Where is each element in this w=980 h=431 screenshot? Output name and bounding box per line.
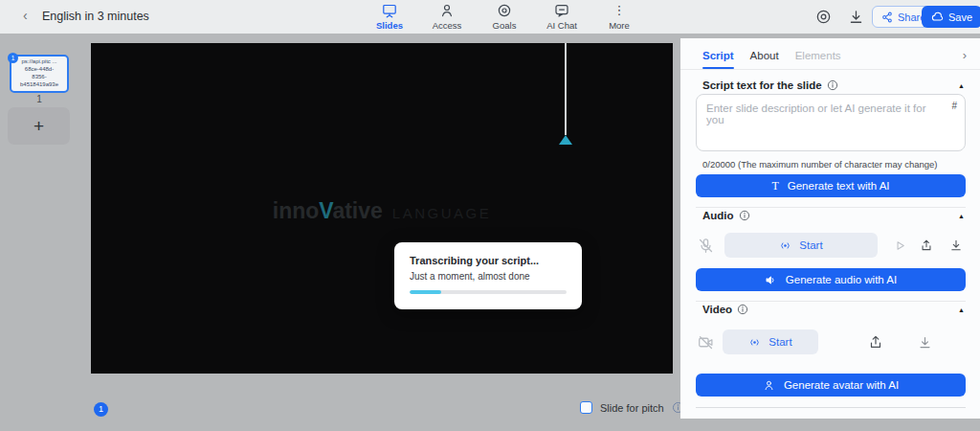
slide-for-pitch-label: Slide for pitch xyxy=(600,402,664,414)
modal-title: Transcribing your script... xyxy=(410,255,567,266)
tab-access[interactable]: Access xyxy=(424,3,470,31)
logo-text: inno xyxy=(273,198,320,223)
progress-bar xyxy=(410,290,567,294)
tab-goals[interactable]: Goals xyxy=(481,3,527,31)
document-title: English in 3 minutes xyxy=(42,10,149,23)
top-toolbar: ‹ English in 3 minutes Slides Access Goa… xyxy=(0,0,980,34)
script-section-header: Script text for the slide ▲ xyxy=(680,70,980,91)
generate-text-button[interactable]: T Generate text with AI xyxy=(696,174,966,197)
divider xyxy=(696,207,966,208)
logo-text-language: LANGUAGE xyxy=(392,205,491,221)
tab-label: Access xyxy=(433,20,462,31)
upload-audio-icon[interactable] xyxy=(920,238,933,252)
mic-off-icon xyxy=(698,238,714,254)
video-section-title: Video xyxy=(702,304,732,315)
divider xyxy=(696,407,966,408)
video-logo: innoVativeLANGUAGE xyxy=(91,198,673,224)
page-number-badge[interactable]: 1 xyxy=(94,402,108,417)
tab-more[interactable]: ⋮ More xyxy=(596,3,642,31)
video-start-label: Start xyxy=(768,336,791,348)
slides-icon xyxy=(382,3,397,18)
save-button[interactable]: Save xyxy=(922,6,980,28)
preview-icon[interactable] xyxy=(815,9,832,25)
play-audio-icon xyxy=(894,239,906,252)
script-text-input[interactable] xyxy=(697,95,965,150)
generate-audio-label: Generate audio with AI xyxy=(786,274,897,285)
script-section-title: Script text for the slide xyxy=(702,79,822,91)
plus-icon: + xyxy=(33,116,44,137)
script-textarea-wrap: # xyxy=(696,94,966,151)
audio-controls-row: Start xyxy=(680,233,980,258)
main-nav-tabs: Slides Access Goals AI Chat xyxy=(367,3,642,31)
speaker-icon xyxy=(765,274,777,286)
collapse-arrow-icon[interactable]: ▲ xyxy=(958,306,965,313)
slide-for-pitch-checkbox[interactable] xyxy=(580,401,592,414)
more-dots-icon: ⋮ xyxy=(613,3,626,18)
slide-number-label: 1 xyxy=(10,94,69,104)
divider xyxy=(696,301,966,302)
progress-fill xyxy=(410,290,441,294)
logo-text-v: V xyxy=(319,198,332,223)
camera-off-icon xyxy=(698,334,714,351)
plumb-triangle-graphic xyxy=(559,135,572,145)
generate-text-label: Generate text with AI xyxy=(788,180,890,192)
info-icon[interactable] xyxy=(827,79,838,91)
tab-about[interactable]: About xyxy=(750,50,779,69)
save-label: Save xyxy=(948,11,972,23)
tab-ai-chat[interactable]: AI Chat xyxy=(539,3,585,31)
right-sidebar: Script About Elements › Script text for … xyxy=(680,38,980,419)
logo-text: ative xyxy=(332,198,382,223)
generate-audio-button[interactable]: Generate audio with AI xyxy=(696,268,966,291)
chat-icon xyxy=(554,3,569,18)
record-broadcast-icon xyxy=(748,336,761,349)
thumbnail-text-line: 8356- xyxy=(11,73,67,80)
hash-icon[interactable]: # xyxy=(951,101,957,111)
slide-canvas[interactable]: innoVativeLANGUAGE Transcribing your scr… xyxy=(91,43,673,374)
info-icon[interactable] xyxy=(739,210,750,221)
thumbnail-text-line: 68ce-448d- xyxy=(11,65,67,73)
character-counter: 0/20000 (The maximum number of character… xyxy=(702,159,938,170)
transcribing-modal: Transcribing your script... Just a momen… xyxy=(394,242,582,309)
record-broadcast-icon xyxy=(779,239,791,252)
back-chevron-icon: ‹ xyxy=(23,8,28,23)
tab-label: Goals xyxy=(493,20,517,31)
modal-subtitle: Just a moment, almost done xyxy=(410,271,567,282)
download-video-icon[interactable] xyxy=(918,335,932,350)
audio-start-label: Start xyxy=(799,239,822,251)
text-tool-icon: T xyxy=(771,179,778,193)
slide-thumbnail[interactable]: ps://api.pitc ... 68ce-448d- 8356- b4518… xyxy=(10,55,69,93)
cloud-save-icon xyxy=(931,11,944,23)
audio-section-title: Audio xyxy=(702,210,734,221)
collapse-arrow-icon[interactable]: ▲ xyxy=(958,213,965,219)
video-controls-row: Start xyxy=(680,329,980,354)
chevron-right-icon[interactable]: › xyxy=(963,51,967,68)
add-slide-button[interactable]: + xyxy=(8,107,70,145)
collapse-arrow-icon[interactable]: ▲ xyxy=(958,82,965,89)
share-icon xyxy=(881,11,893,23)
tab-elements[interactable]: Elements xyxy=(795,50,841,69)
tab-label: More xyxy=(609,20,630,31)
avatar-person-icon xyxy=(763,379,775,392)
audio-record-start-button[interactable]: Start xyxy=(724,233,878,258)
generate-avatar-label: Generate avatar with AI xyxy=(784,379,899,391)
thumbnail-selection-badge: 1 xyxy=(8,53,18,63)
audio-section-header: Audio ▲ xyxy=(680,210,980,221)
download-icon[interactable] xyxy=(848,9,864,25)
tab-label: AI Chat xyxy=(546,20,577,31)
download-audio-icon[interactable] xyxy=(949,238,963,252)
tab-script[interactable]: Script xyxy=(702,50,734,69)
person-icon xyxy=(439,3,455,18)
generate-avatar-button[interactable]: Generate avatar with AI xyxy=(696,374,966,397)
panel-tabs: Script About Elements › xyxy=(680,38,980,69)
tab-slides[interactable]: Slides xyxy=(367,3,412,31)
thumbnail-text-line: b4518419a93e xyxy=(11,80,67,88)
video-record-start-button[interactable]: Start xyxy=(723,329,818,354)
plumb-line-graphic xyxy=(565,43,567,135)
tab-label: Slides xyxy=(376,20,403,31)
thumbnail-text-line: ps://api.pitc ... xyxy=(11,57,67,65)
upload-video-icon[interactable] xyxy=(868,334,883,350)
back-button[interactable]: ‹ xyxy=(23,8,28,23)
info-icon[interactable] xyxy=(737,304,748,315)
slide-for-pitch-group: Slide for pitch xyxy=(580,401,684,414)
video-section-header: Video ▲ xyxy=(680,304,980,315)
